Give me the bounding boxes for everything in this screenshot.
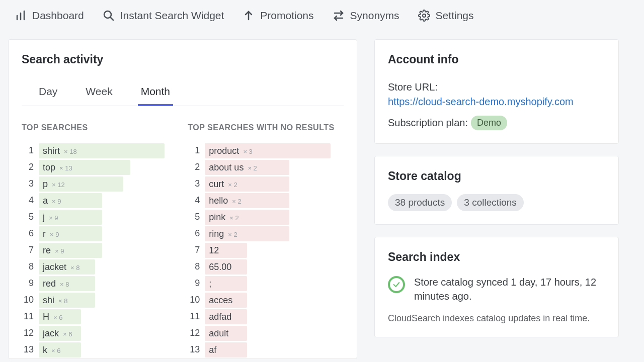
nav-dashboard[interactable]: Dashboard	[14, 9, 84, 22]
search-term-count: × 13	[59, 164, 72, 171]
search-term-row[interactable]: 6ring× 2	[188, 225, 344, 242]
search-term-text: about us	[209, 162, 244, 172]
store-catalog-title: Store catalog	[388, 169, 605, 183]
nav-synonyms[interactable]: Synonyms	[332, 9, 399, 22]
search-term-row[interactable]: 13af	[188, 341, 344, 358]
search-term-rank: 9	[22, 278, 34, 289]
search-term-text: 12	[209, 245, 219, 255]
search-term-row[interactable]: 9red× 8	[22, 275, 168, 292]
search-term-row[interactable]: 865.00	[188, 258, 344, 275]
search-term-rank: 2	[22, 162, 34, 172]
search-term-text: H	[43, 311, 49, 322]
search-term-row[interactable]: 1product× 3	[188, 142, 344, 159]
search-term-text: jack	[43, 328, 59, 338]
search-term-text: curt	[209, 178, 224, 189]
search-term-bar: ring× 2	[205, 226, 289, 241]
search-term-bar: acces	[205, 293, 247, 308]
search-term-rank: 5	[22, 212, 34, 222]
search-term-bar: a× 9	[39, 193, 102, 208]
search-index-card: Search index Store catalog synced 1 day,…	[374, 237, 619, 337]
tab-day[interactable]: Day	[39, 81, 57, 106]
search-term-rank: 9	[188, 278, 200, 289]
search-term-bar: H× 6	[39, 309, 81, 324]
search-term-rank: 5	[188, 212, 200, 222]
store-url-link[interactable]: https://cloud-search-demo.myshopify.com	[388, 96, 574, 108]
tab-month[interactable]: Month	[141, 81, 170, 106]
search-term-row[interactable]: 8jacket× 8	[22, 258, 168, 275]
search-term-count: × 6	[63, 330, 72, 337]
search-term-row[interactable]: 12adult	[188, 325, 344, 341]
arrow-up-icon	[242, 9, 255, 22]
search-term-text: j	[43, 212, 45, 222]
search-term-count: × 8	[60, 280, 69, 288]
search-term-row[interactable]: 11adfad	[188, 308, 344, 325]
search-term-rank: 8	[188, 261, 200, 272]
search-term-row[interactable]: 9;	[188, 275, 344, 292]
search-term-text: k	[43, 344, 47, 355]
nav-settings-label: Settings	[436, 10, 474, 22]
search-activity-card: Search activity Day Week Month TOP SEARC…	[8, 39, 357, 359]
search-term-row[interactable]: 1shirt× 18	[22, 142, 168, 159]
collections-count-pill[interactable]: 3 collections	[457, 194, 524, 211]
search-term-count: × 6	[51, 346, 60, 354]
top-searches-column: TOP SEARCHES 1shirt× 182top× 133p× 124a×…	[22, 123, 168, 359]
search-term-bar: bangle in golden colo	[205, 359, 247, 359]
search-term-rank: 13	[22, 344, 34, 355]
search-term-row[interactable]: 5pink× 2	[188, 209, 344, 225]
search-term-row[interactable]: 4a× 9	[22, 192, 168, 209]
search-term-rank: 12	[22, 328, 34, 338]
search-term-row[interactable]: 7re× 9	[22, 242, 168, 258]
search-term-row[interactable]: 3p× 12	[22, 175, 168, 192]
search-term-bar: shi× 8	[39, 293, 95, 308]
nav-promotions-label: Promotions	[260, 10, 313, 22]
search-term-rank: 4	[188, 195, 200, 206]
search-term-row[interactable]: 3curt× 2	[188, 175, 344, 192]
search-term-bar: about us× 2	[205, 160, 289, 175]
gear-icon	[418, 9, 431, 22]
search-term-row[interactable]: 2top× 13	[22, 159, 168, 175]
search-term-bar: top× 13	[39, 160, 130, 175]
search-term-bar: adfad	[205, 309, 247, 324]
products-count-pill[interactable]: 38 products	[388, 194, 452, 211]
search-term-text: adult	[209, 328, 228, 338]
nav-promotions[interactable]: Promotions	[242, 9, 313, 22]
search-term-rank: 11	[22, 311, 34, 322]
search-term-row[interactable]: 4hello× 2	[188, 192, 344, 209]
search-term-rank: 10	[188, 295, 200, 305]
search-icon	[102, 9, 115, 22]
bar-chart-icon	[14, 9, 27, 22]
search-term-text: adfad	[209, 311, 231, 322]
search-term-rank: 4	[22, 195, 34, 206]
search-term-rank: 6	[188, 228, 200, 239]
search-term-bar: product× 3	[205, 143, 331, 158]
search-term-count: × 2	[228, 230, 237, 238]
search-term-row[interactable]: 14bangle in golden colo	[188, 358, 344, 359]
search-term-text: ring	[209, 228, 224, 239]
tab-week[interactable]: Week	[86, 81, 112, 106]
nav-settings[interactable]: Settings	[418, 9, 474, 22]
search-term-count: × 3	[243, 147, 252, 155]
search-term-row[interactable]: 10shi× 8	[22, 292, 168, 308]
nav-dashboard-label: Dashboard	[32, 10, 84, 22]
search-term-text: hello	[209, 195, 228, 206]
search-term-rank: 3	[188, 178, 200, 189]
search-term-text: 65.00	[209, 261, 231, 272]
search-term-bar: p× 12	[39, 176, 123, 192]
search-term-bar: adult	[205, 326, 247, 341]
search-term-row[interactable]: 13k× 6	[22, 341, 168, 358]
search-term-row[interactable]: 12jack× 6	[22, 325, 168, 341]
search-term-bar: jack× 6	[39, 326, 81, 341]
search-term-row[interactable]: 5j× 9	[22, 209, 168, 225]
search-term-row[interactable]: 6r× 9	[22, 225, 168, 242]
search-term-row[interactable]: 712	[188, 242, 344, 258]
search-term-count: × 2	[248, 164, 257, 171]
time-range-tabs: Day Week Month	[22, 81, 344, 106]
nav-instant-search[interactable]: Instant Search Widget	[102, 9, 224, 22]
search-term-row[interactable]: 2about us× 2	[188, 159, 344, 175]
search-term-count: × 8	[70, 263, 79, 271]
search-term-rank: 7	[188, 245, 200, 255]
search-term-row[interactable]: 11H× 6	[22, 308, 168, 325]
search-term-row[interactable]: 10acces	[188, 292, 344, 308]
search-term-count: × 9	[55, 247, 64, 254]
search-term-bar: 12	[205, 243, 247, 258]
